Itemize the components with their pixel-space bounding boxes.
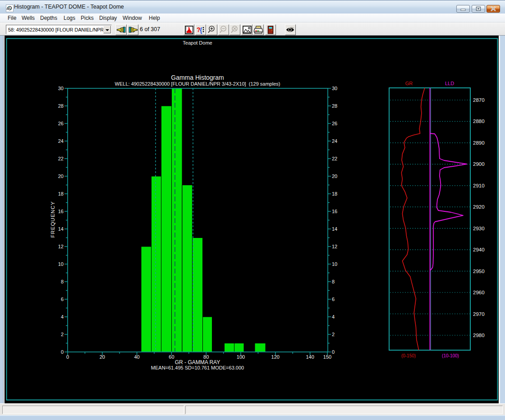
svg-text:12: 12	[58, 244, 64, 249]
svg-text:Teapot Dome: Teapot Dome	[183, 40, 212, 46]
svg-text:150: 150	[323, 354, 331, 360]
svg-text:2980: 2980	[473, 333, 485, 338]
svg-text:2960: 2960	[473, 290, 485, 295]
svg-text:2900: 2900	[473, 161, 485, 167]
svg-text:100: 100	[237, 354, 245, 360]
svg-text:26: 26	[58, 121, 64, 126]
svg-text:140: 140	[306, 354, 314, 360]
svg-text:8: 8	[332, 279, 335, 284]
svg-text:LLD: LLD	[445, 81, 454, 86]
svg-text:80: 80	[203, 354, 209, 360]
svg-text:0: 0	[61, 349, 64, 355]
svg-text:4: 4	[61, 314, 64, 320]
svg-text:10: 10	[58, 261, 64, 267]
svg-text:2910: 2910	[473, 183, 485, 188]
svg-text:2890: 2890	[473, 140, 485, 146]
svg-text:2920: 2920	[473, 204, 485, 210]
svg-text:60: 60	[169, 354, 174, 360]
svg-text:12: 12	[332, 244, 337, 249]
svg-text:{: {	[200, 27, 202, 34]
svg-text:GR: GR	[405, 81, 413, 86]
svg-text:20: 20	[332, 173, 337, 179]
svg-text:(0-150): (0-150)	[401, 353, 416, 358]
svg-text:120: 120	[271, 354, 280, 360]
svg-text:2: 2	[61, 332, 64, 337]
svg-text:2930: 2930	[473, 226, 485, 231]
svg-text:28: 28	[332, 103, 337, 109]
svg-text:16: 16	[58, 209, 64, 214]
svg-text:2: 2	[332, 332, 335, 337]
svg-text:28: 28	[58, 103, 64, 109]
svg-text:2950: 2950	[473, 269, 485, 274]
svg-text:24: 24	[332, 138, 337, 144]
svg-text:20: 20	[58, 173, 64, 179]
svg-text:20: 20	[100, 354, 105, 360]
svg-text:8: 8	[61, 279, 64, 284]
svg-text:22: 22	[58, 156, 64, 161]
svg-text:0: 0	[332, 349, 335, 355]
svg-text:14: 14	[58, 226, 64, 232]
svg-text:4: 4	[332, 314, 335, 320]
svg-text:40: 40	[134, 354, 139, 360]
svg-text:10: 10	[332, 261, 337, 267]
svg-text:0: 0	[66, 354, 69, 360]
svg-text:18: 18	[332, 191, 337, 196]
svg-text:2940: 2940	[473, 247, 485, 252]
svg-text:MEAN=61.495 SD=10.761 MODE=63.: MEAN=61.495 SD=10.761 MODE=63.000	[151, 365, 244, 370]
svg-text:26: 26	[332, 121, 337, 126]
svg-text:(10-100): (10-100)	[442, 353, 459, 358]
svg-text:18: 18	[58, 191, 64, 196]
svg-text:2880: 2880	[473, 119, 485, 124]
svg-text:FREQUENCY: FREQUENCY	[50, 201, 55, 237]
svg-text:6: 6	[332, 297, 335, 302]
svg-text:WELL: 49025228430000 [FLOUR DA: WELL: 49025228430000 [FLOUR DANIEL/NPR 3…	[115, 81, 280, 87]
svg-text:16: 16	[332, 209, 337, 214]
svg-text:2870: 2870	[473, 97, 485, 103]
svg-text:6: 6	[61, 297, 64, 302]
svg-text:24: 24	[58, 138, 64, 144]
svg-text:14: 14	[332, 226, 337, 232]
svg-text:30: 30	[332, 86, 337, 91]
svg-text:22: 22	[332, 156, 337, 161]
svg-text:Gamma Histogram: Gamma Histogram	[171, 74, 224, 81]
svg-text:30: 30	[58, 86, 64, 91]
svg-text:2970: 2970	[473, 311, 485, 317]
